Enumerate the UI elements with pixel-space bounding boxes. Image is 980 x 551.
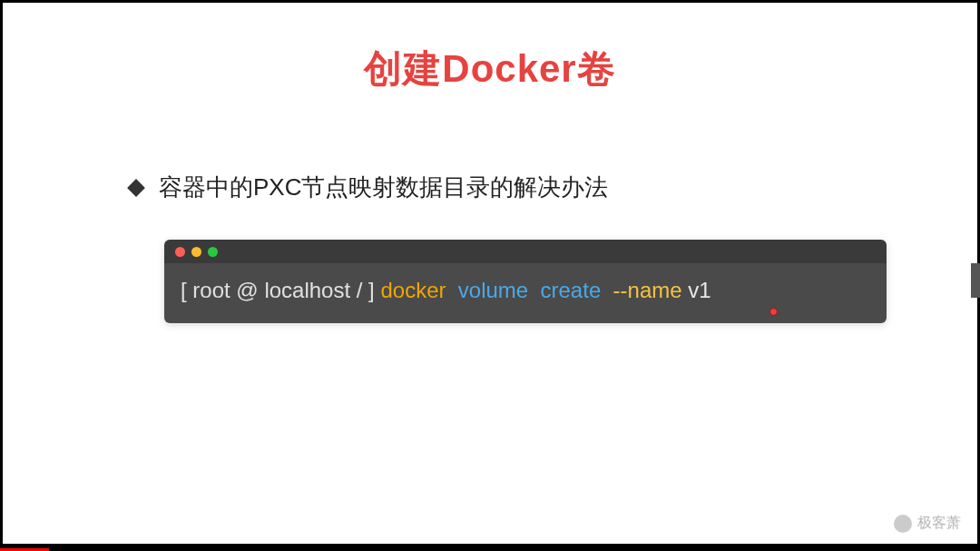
slide-container: 创建Docker卷 容器中的PXC节点映射数据目录的解决办法 [ root @ … [3,3,977,544]
cmd-volume-name: v1 [688,278,710,303]
bullet-text: 容器中的PXC节点映射数据目录的解决办法 [159,172,608,203]
minimize-icon [191,247,201,257]
cmd-name-flag: --name [613,278,689,303]
watermark: 极客萧 [894,514,961,533]
bullet-row: 容器中的PXC节点映射数据目录的解决办法 [130,172,977,203]
side-tab [971,263,980,298]
terminal-window: [ root @ localhost / ] docker volume cre… [164,240,887,323]
slide-title: 创建Docker卷 [3,3,977,94]
cmd-volume: volume [458,278,541,303]
watermark-icon [894,515,912,533]
cmd-create: create [541,278,613,303]
close-icon [175,247,185,257]
maximize-icon [208,247,218,257]
terminal-header [164,240,887,263]
cursor-indicator-icon [769,308,778,316]
terminal-body: [ root @ localhost / ] docker volume cre… [164,263,887,323]
cmd-docker: docker [380,278,457,303]
diamond-bullet-icon [127,179,145,197]
terminal-prompt: [ root @ localhost / ] [181,278,380,303]
watermark-text: 极客萧 [917,514,961,533]
